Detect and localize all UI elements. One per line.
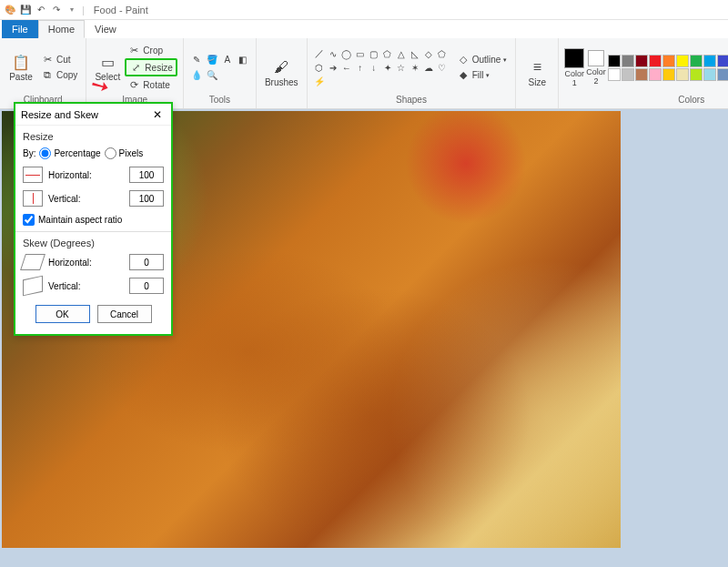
palette-color[interactable] — [608, 68, 621, 81]
crop-button[interactable]: ✂Crop — [125, 43, 177, 57]
palette-color[interactable] — [635, 55, 648, 67]
palette-color[interactable] — [690, 55, 703, 67]
zoom-tool[interactable]: 🔍 — [205, 68, 219, 83]
shape-heart[interactable]: ♡ — [436, 61, 449, 74]
tab-home[interactable]: Home — [38, 20, 85, 38]
maintain-ratio-label: Maintain aspect ratio — [38, 215, 122, 225]
resize-button[interactable]: ⤢Resize — [125, 58, 177, 76]
fill-tool[interactable]: 🪣 — [205, 53, 219, 67]
color2-button[interactable]: Color 2 — [586, 50, 606, 86]
palette-color[interactable] — [622, 68, 634, 81]
select-icon: ▭ — [98, 53, 116, 71]
group-tools: ✎ 🪣 A ◧ 💧 🔍 Tools — [184, 38, 257, 108]
shape-rrect[interactable]: ▢ — [368, 47, 380, 60]
resize-v-label: Vertical: — [48, 194, 124, 204]
ok-button[interactable]: OK — [35, 305, 90, 323]
shape-diamond[interactable]: ◇ — [422, 47, 435, 60]
paste-button[interactable]: 📋 Paste — [5, 51, 36, 84]
shape-arrowl[interactable]: ← — [340, 61, 353, 74]
shape-curve[interactable]: ∿ — [327, 47, 339, 60]
eraser-tool[interactable]: ◧ — [236, 53, 250, 67]
copy-button[interactable]: ⧉Copy — [38, 68, 80, 83]
picker-tool[interactable]: 💧 — [189, 68, 204, 83]
radio-percentage[interactable]: Percentage — [39, 147, 100, 159]
resize-icon: ⤢ — [129, 61, 142, 74]
palette-color[interactable] — [622, 55, 634, 67]
palette-color[interactable] — [662, 55, 675, 67]
resize-v-input[interactable] — [129, 190, 164, 207]
skew-h-icon — [20, 254, 46, 270]
ribbon: 📋 Paste ✂Cut ⧉Copy Clipboard ▭ Select ✂C… — [0, 38, 728, 109]
color1-button[interactable]: Color 1 — [564, 48, 584, 87]
save-icon[interactable]: 💾 — [19, 4, 32, 16]
group-size: ≡ Size — [516, 38, 559, 108]
cut-icon: ✂ — [41, 54, 54, 66]
dialog-titlebar: Resize and Skew ✕ — [15, 104, 171, 126]
size-icon: ≡ — [528, 58, 546, 76]
tab-view[interactable]: View — [85, 20, 126, 38]
shape-poly[interactable]: ⬠ — [381, 47, 394, 60]
brushes-button[interactable]: 🖌 Brushes — [262, 56, 301, 89]
skew-legend: Skew (Degrees) — [23, 238, 164, 248]
palette-color[interactable] — [649, 68, 662, 81]
palette-color[interactable] — [690, 68, 703, 81]
text-tool[interactable]: A — [220, 53, 235, 67]
radio-pixels[interactable]: Pixels — [105, 147, 144, 159]
palette-color[interactable] — [608, 55, 621, 67]
radio-pixels-input[interactable] — [105, 147, 116, 159]
qat-dropdown-icon[interactable]: ▾ — [66, 4, 78, 16]
shape-arrowr[interactable]: ➔ — [327, 61, 339, 74]
palette-color[interactable] — [717, 55, 728, 67]
size-button[interactable]: ≡ Size — [521, 56, 552, 89]
shape-rect[interactable]: ▭ — [354, 47, 367, 60]
cancel-button[interactable]: Cancel — [97, 305, 152, 323]
palette-color[interactable] — [703, 55, 716, 67]
shape-line[interactable]: ／ — [313, 47, 326, 60]
crop-icon: ✂ — [127, 44, 140, 56]
resize-h-input[interactable] — [129, 167, 164, 183]
shape-oval[interactable]: ◯ — [340, 47, 353, 60]
palette-color[interactable] — [649, 55, 662, 67]
shape-pent[interactable]: ⬠ — [436, 47, 449, 60]
palette-color[interactable] — [703, 68, 716, 81]
outline-button[interactable]: ◇Outline▾ — [454, 53, 511, 67]
shape-callout[interactable]: ☁ — [422, 61, 435, 74]
pencil-tool[interactable]: ✎ — [189, 53, 204, 67]
shape-arrowu[interactable]: ↑ — [354, 61, 367, 74]
redo-icon[interactable]: ↷ — [50, 4, 63, 16]
skew-v-input[interactable] — [129, 278, 164, 294]
palette-color[interactable] — [635, 68, 648, 81]
radio-percentage-input[interactable] — [39, 147, 51, 159]
shape-bolt[interactable]: ⚡ — [313, 75, 326, 87]
shape-rtri[interactable]: ◺ — [409, 47, 421, 60]
group-brushes: 🖌 Brushes — [257, 38, 308, 108]
skew-h-input[interactable] — [129, 254, 164, 270]
shape-star4[interactable]: ✦ — [381, 61, 394, 74]
rotate-icon: ⟳ — [127, 78, 140, 91]
palette-color[interactable] — [662, 68, 675, 81]
shape-arrowd[interactable]: ↓ — [368, 61, 380, 74]
palette-color[interactable] — [717, 68, 728, 81]
group-label-colors: Colors — [564, 95, 728, 106]
tab-file[interactable]: File — [2, 20, 38, 38]
palette-color[interactable] — [676, 55, 689, 67]
palette-color[interactable] — [676, 68, 689, 81]
undo-icon[interactable]: ↶ — [35, 4, 47, 16]
group-clipboard: 📋 Paste ✂Cut ⧉Copy Clipboard — [0, 38, 86, 108]
app-icon: 🎨 — [4, 4, 16, 16]
rotate-button[interactable]: ⟳Rotate — [125, 77, 177, 92]
group-shapes: ／ ∿ ◯ ▭ ▢ ⬠ △ ◺ ◇ ⬠ ⬡ ➔ ← ↑ ↓ ✦ ☆ ✶ ☁ ♡ — [308, 38, 517, 108]
brush-icon: 🖌 — [272, 58, 290, 76]
shape-tri[interactable]: △ — [395, 47, 408, 60]
color2-swatch — [588, 50, 604, 66]
cut-button[interactable]: ✂Cut — [38, 53, 80, 67]
group-label-brushes — [262, 105, 301, 106]
dialog-close-button[interactable]: ✕ — [149, 106, 166, 123]
shape-star5[interactable]: ☆ — [395, 61, 408, 74]
shapes-gallery[interactable]: ／ ∿ ◯ ▭ ▢ ⬠ △ ◺ ◇ ⬠ ⬡ ➔ ← ↑ ↓ ✦ ☆ ✶ ☁ ♡ — [313, 47, 449, 87]
color1-swatch — [564, 48, 584, 68]
maintain-ratio-checkbox[interactable] — [23, 214, 35, 226]
shape-star6[interactable]: ✶ — [409, 61, 421, 74]
fill-button[interactable]: ◆Fill▾ — [454, 68, 511, 83]
shape-hex[interactable]: ⬡ — [313, 61, 326, 74]
